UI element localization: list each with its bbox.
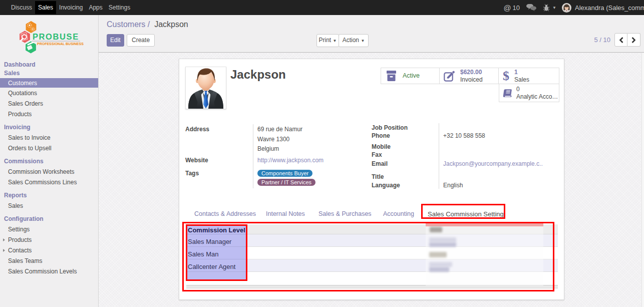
svg-text:PROBUSE: PROBUSE	[33, 32, 79, 41]
svg-text:PROFESSIONAL BUSINESS: PROFESSIONAL BUSINESS	[37, 42, 84, 46]
